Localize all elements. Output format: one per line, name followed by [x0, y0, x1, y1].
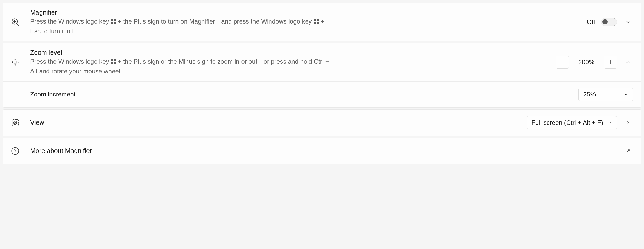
view-value: Full screen (Ctrl + Alt + F): [532, 119, 603, 126]
svg-rect-13: [111, 59, 113, 61]
windows-key-icon: [111, 58, 116, 67]
magnifier-controls: Off: [587, 18, 633, 26]
chevron-down-icon: [624, 92, 628, 97]
more-controls: [623, 148, 633, 154]
zoom-card: Zoom level Press the Windows logo key + …: [3, 43, 641, 107]
zoom-description: Press the Windows logo key + the Plus si…: [30, 57, 334, 76]
expand-magnifier-button[interactable]: [623, 19, 633, 25]
svg-rect-8: [314, 19, 316, 21]
svg-rect-4: [111, 19, 113, 21]
svg-rect-14: [114, 59, 116, 61]
more-row[interactable]: More about Magnifier: [3, 138, 641, 164]
chevron-down-icon: [607, 120, 612, 125]
zoom-increment-text: Zoom increment: [30, 90, 578, 99]
zoom-icon: [11, 58, 30, 67]
zoom-text: Zoom level Press the Windows logo key + …: [30, 48, 556, 76]
magnifier-text: Magnifier Press the Windows logo key + t…: [30, 8, 587, 36]
collapse-zoom-button[interactable]: [623, 59, 633, 65]
view-select[interactable]: Full screen (Ctrl + Alt + F): [527, 116, 617, 129]
view-controls: Full screen (Ctrl + Alt + F): [527, 116, 633, 129]
windows-key-icon: [111, 18, 116, 27]
magnifier-title: Magnifier: [30, 8, 580, 17]
zoom-row[interactable]: Zoom level Press the Windows logo key + …: [3, 43, 641, 81]
view-card: View Full screen (Ctrl + Alt + F): [3, 109, 641, 136]
open-link-button[interactable]: [623, 148, 633, 154]
more-card: More about Magnifier: [3, 138, 641, 164]
zoom-increment-label: Zoom increment: [30, 90, 572, 99]
zoom-increment-value: 25%: [583, 91, 596, 98]
help-icon: [11, 147, 30, 155]
zoom-out-button[interactable]: [556, 56, 569, 69]
view-row[interactable]: View Full screen (Ctrl + Alt + F): [3, 110, 641, 136]
view-title: View: [30, 118, 520, 127]
svg-rect-12: [14, 61, 16, 63]
svg-line-1: [17, 23, 19, 25]
svg-rect-11: [317, 22, 319, 24]
zoom-increment-select[interactable]: 25%: [578, 88, 633, 101]
svg-rect-5: [114, 19, 116, 21]
expand-view-button[interactable]: [623, 120, 633, 125]
svg-rect-9: [317, 19, 319, 21]
magnifier-toggle-label: Off: [587, 18, 595, 26]
view-icon: [11, 118, 30, 127]
more-title: More about Magnifier: [30, 147, 617, 155]
svg-line-27: [627, 150, 629, 152]
magnifier-card: Magnifier Press the Windows logo key + t…: [3, 3, 641, 41]
zoom-value: 200%: [575, 58, 598, 66]
zoom-increment-row: Zoom increment 25%: [3, 81, 641, 107]
windows-key-icon: [314, 18, 319, 27]
svg-rect-16: [114, 62, 116, 64]
zoom-controls: 200%: [556, 56, 633, 69]
svg-rect-7: [114, 22, 116, 24]
more-text: More about Magnifier: [30, 147, 623, 155]
magnifier-toggle[interactable]: [601, 18, 617, 26]
zoom-in-button[interactable]: [604, 56, 617, 69]
svg-rect-10: [314, 22, 316, 24]
zoom-increment-controls: 25%: [578, 88, 633, 101]
magnifier-description: Press the Windows logo key + the Plus si…: [30, 17, 334, 36]
svg-rect-6: [111, 22, 113, 24]
magnifier-icon: [11, 18, 30, 26]
zoom-title: Zoom level: [30, 48, 549, 57]
view-text: View: [30, 118, 527, 127]
svg-rect-15: [111, 62, 113, 64]
svg-point-25: [15, 152, 16, 153]
magnifier-row[interactable]: Magnifier Press the Windows logo key + t…: [3, 3, 641, 41]
